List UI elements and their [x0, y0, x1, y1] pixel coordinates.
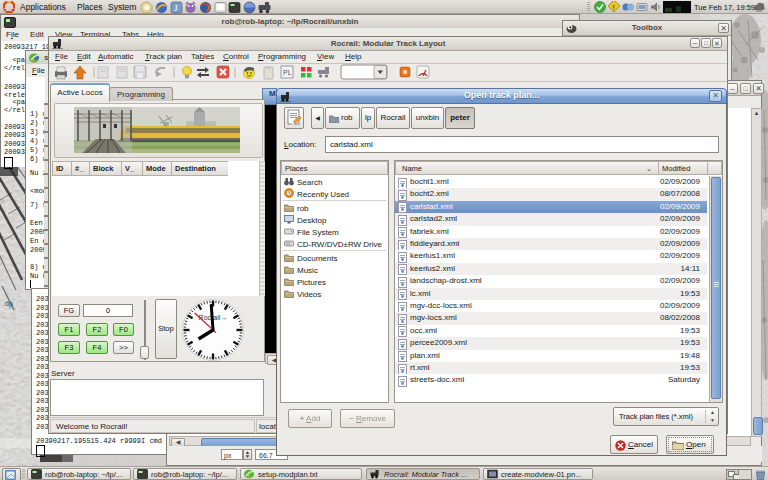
- svg-text:!: !: [613, 3, 615, 12]
- svg-text:PL: PL: [283, 69, 292, 76]
- svg-text:dp: dp: [5, 300, 13, 308]
- svg-text:J: J: [174, 3, 178, 13]
